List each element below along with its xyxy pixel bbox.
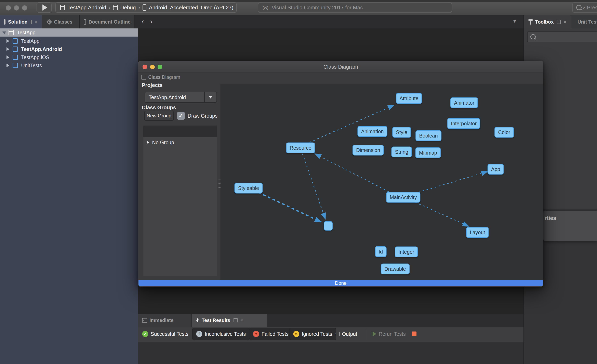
tab-classes[interactable]: C Classes bbox=[42, 15, 80, 28]
diagram-node-dimension[interactable]: Dimension bbox=[353, 145, 384, 156]
toolbox-search-input[interactable] bbox=[527, 32, 597, 42]
pin-icon[interactable] bbox=[31, 20, 32, 24]
tree-row-project[interactable]: TestApp.Android bbox=[0, 45, 138, 53]
run-button[interactable] bbox=[37, 2, 52, 13]
pin-icon[interactable] bbox=[234, 318, 238, 322]
global-search[interactable]: ˅ Press 'S bbox=[572, 2, 597, 13]
tree-row-project[interactable]: UnitTests bbox=[0, 61, 138, 70]
ignored-tests-button[interactable]: » Ignored Tests bbox=[289, 328, 336, 340]
skip-icon: » bbox=[293, 331, 299, 337]
tab-toolbox[interactable]: Toolbox × bbox=[524, 15, 571, 28]
tree-label: TestApp bbox=[21, 38, 39, 44]
diagram-node-layout[interactable]: Layout bbox=[466, 227, 488, 238]
collapse-icon[interactable] bbox=[2, 32, 6, 34]
tab-solution[interactable]: Solution × bbox=[0, 15, 42, 28]
pin-icon[interactable] bbox=[557, 20, 561, 24]
titlebar-strip bbox=[0, 0, 597, 2]
diagram-node-styleable[interactable]: Styleable bbox=[235, 183, 263, 194]
success-check-icon: ✓ bbox=[142, 331, 148, 337]
project-select-arrow-button[interactable] bbox=[204, 92, 216, 102]
project-icon bbox=[13, 63, 18, 68]
tab-scroll-left-icon[interactable]: ‹ bbox=[142, 17, 144, 25]
breadcrumb-config[interactable]: Debug bbox=[120, 4, 136, 11]
project-select[interactable]: TestApp.Android bbox=[145, 92, 217, 103]
project-icon bbox=[13, 55, 18, 60]
diagram-node-animation[interactable]: Animation bbox=[357, 126, 387, 137]
diagram-node-interpolator[interactable]: Interpolator bbox=[447, 118, 480, 129]
done-button[interactable]: Done bbox=[139, 280, 543, 286]
tree-row-project[interactable]: TestApp bbox=[0, 37, 138, 45]
projects-label: Projects bbox=[142, 82, 163, 88]
project-icon bbox=[13, 38, 18, 44]
expand-icon[interactable] bbox=[7, 39, 9, 43]
terminal-icon bbox=[335, 332, 339, 336]
button-label: Output bbox=[342, 331, 357, 337]
toolbox-icon bbox=[528, 19, 533, 24]
window-close-button[interactable] bbox=[6, 5, 11, 11]
tab-label: Immediate bbox=[149, 317, 174, 323]
diagram-node-attribute[interactable]: Attribute bbox=[396, 93, 422, 104]
dialog-subtitle: Class Diagram bbox=[141, 74, 180, 80]
rerun-tests-button[interactable]: Rerun Tests bbox=[372, 328, 406, 340]
diagram-node-string[interactable]: String bbox=[391, 147, 412, 158]
subtitle-label: Class Diagram bbox=[148, 74, 180, 80]
diagram-node-id[interactable]: Id bbox=[375, 246, 387, 257]
dialog-title: Class Diagram bbox=[138, 64, 543, 70]
tab-document-outline[interactable]: Document Outline bbox=[80, 15, 134, 28]
diagram-node-mainactivity[interactable]: MainActivity bbox=[386, 192, 420, 203]
diagram-node-drawable[interactable]: Drawable bbox=[381, 264, 409, 274]
expand-icon[interactable] bbox=[147, 141, 149, 144]
tab-label: Toolbox bbox=[535, 19, 554, 25]
breadcrumb-separator: › bbox=[136, 4, 142, 11]
window-minimize-button[interactable] bbox=[14, 5, 19, 11]
breadcrumb[interactable]: TestApp.Android › Debug › Android_Accele… bbox=[55, 2, 237, 13]
diagram-canvas[interactable]: AttributeAnimatorInterpolatorAnimationSt… bbox=[220, 84, 543, 280]
close-icon[interactable]: × bbox=[240, 318, 244, 323]
inconclusive-tests-button[interactable]: ? Inconclusive Tests bbox=[192, 328, 250, 340]
diagram-node-style[interactable]: Style bbox=[392, 127, 411, 138]
close-icon[interactable]: × bbox=[35, 19, 38, 24]
output-button[interactable]: Output bbox=[335, 328, 357, 340]
group-label: No Group bbox=[152, 140, 174, 145]
expand-icon[interactable] bbox=[7, 47, 9, 51]
status-field[interactable]: ⋈ Visual Studio Community 2017 for Mac bbox=[258, 2, 452, 13]
button-label: Successful Tests bbox=[151, 331, 189, 337]
document-outline-icon bbox=[84, 19, 86, 24]
diagram-node-mipmap[interactable]: Mipmap bbox=[416, 148, 441, 158]
tab-test-results[interactable]: Test Results × bbox=[192, 314, 267, 327]
draw-groups-checkbox[interactable]: ✓ bbox=[177, 112, 185, 120]
tab-overflow-icon[interactable]: ▾ bbox=[513, 18, 516, 24]
expand-icon[interactable] bbox=[7, 63, 9, 67]
tree-row-project[interactable]: TestApp.iOS bbox=[0, 53, 138, 61]
button-label: Inconclusive Tests bbox=[205, 331, 246, 337]
diagram-node-color[interactable]: Color bbox=[495, 127, 514, 138]
diagram-node-animator[interactable]: Animator bbox=[450, 97, 478, 108]
breadcrumb-device[interactable]: Android_Accelerated_Oreo (API 27) bbox=[149, 4, 233, 11]
search-scope-caret-icon: ˅ bbox=[583, 6, 585, 11]
dialog-titlebar[interactable]: Class Diagram bbox=[138, 61, 543, 73]
project-select-value: TestApp.Android bbox=[145, 95, 204, 100]
diagram-node-integer[interactable]: Integer bbox=[395, 247, 418, 257]
diagram-node-app[interactable]: App bbox=[487, 164, 504, 175]
window-zoom-button[interactable] bbox=[22, 5, 27, 11]
diagram-node-resource[interactable]: Resource bbox=[286, 142, 315, 153]
successful-tests-button[interactable]: ✓ Successful Tests bbox=[142, 328, 189, 340]
tab-scroll-right-icon[interactable]: › bbox=[150, 17, 152, 25]
rerun-play-icon bbox=[372, 332, 376, 336]
diagram-node-boolean[interactable]: Boolean bbox=[416, 130, 441, 141]
group-list: No Group bbox=[143, 137, 217, 276]
config-icon bbox=[113, 5, 118, 10]
tab-unit-tests[interactable]: Unit Tests bbox=[571, 15, 597, 28]
group-list-item[interactable]: No Group bbox=[143, 137, 217, 148]
chevron-down-icon bbox=[209, 96, 212, 99]
expand-icon[interactable] bbox=[7, 55, 9, 59]
diagram-node-unnamed-node[interactable] bbox=[324, 221, 333, 230]
tree-row-root[interactable]: TestApp bbox=[0, 28, 138, 37]
failed-tests-button[interactable]: Failed Tests bbox=[249, 328, 293, 340]
tree-label: UnitTests bbox=[21, 63, 42, 68]
breadcrumb-project[interactable]: TestApp.Android bbox=[67, 4, 106, 11]
new-group-button[interactable]: New Group bbox=[144, 111, 174, 121]
status-text: Visual Studio Community 2017 for Mac bbox=[272, 4, 363, 11]
close-icon[interactable]: × bbox=[564, 19, 566, 24]
tab-immediate[interactable]: Immediate bbox=[138, 314, 192, 327]
